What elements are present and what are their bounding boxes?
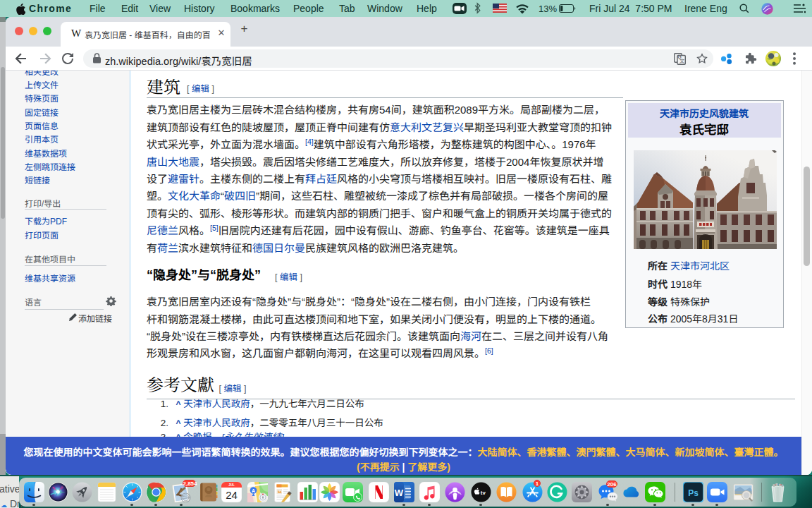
svg-text:A: A (251, 488, 254, 493)
svg-text:Ps: Ps (688, 488, 699, 498)
svg-text:tv: tv (480, 490, 486, 496)
svg-text:24: 24 (226, 489, 238, 501)
svg-text:W: W (394, 488, 403, 498)
svg-text:JUL: JUL (228, 483, 235, 487)
svg-text:文: 文 (679, 56, 685, 64)
